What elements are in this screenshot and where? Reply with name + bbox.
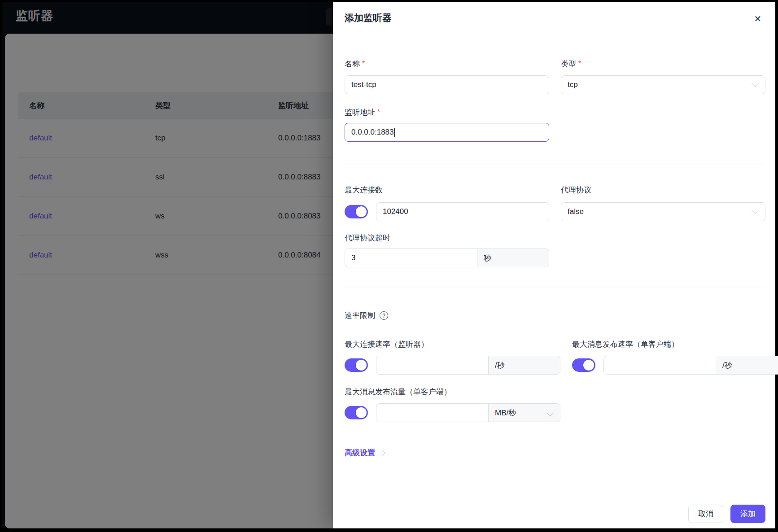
max-connections-input[interactable] <box>376 202 549 221</box>
toggle-knob <box>356 360 367 371</box>
toggle-knob <box>583 360 594 371</box>
name-label: 名称* <box>345 58 549 69</box>
field-proxy-protocol: 代理协议 false <box>561 184 765 221</box>
proxy-timeout-group: 秒 <box>345 249 549 267</box>
max-pub-traffic-group: MB/秒 <box>376 403 560 422</box>
type-select[interactable]: tcp <box>561 75 765 94</box>
field-type: 类型* tcp <box>561 58 765 94</box>
type-label: 类型* <box>561 58 765 69</box>
max-conn-rate-toggle[interactable] <box>345 358 368 372</box>
type-select-value: tcp <box>568 80 578 89</box>
chevron-down-icon <box>752 80 759 87</box>
app-root: 监听器 名称 类型 监听地址 default tcp 0.0.0.0:1883 … <box>0 0 778 532</box>
max-pub-rate-label: 最大消息发布速率（单客户端） <box>572 339 778 349</box>
section-divider <box>345 287 765 287</box>
required-mark: * <box>377 108 380 116</box>
field-bind-address: 监听地址* 0.0.0.0:1883 <box>345 107 549 142</box>
help-icon[interactable]: ? <box>380 311 388 320</box>
bind-address-value: 0.0.0.0:1883 <box>351 128 394 137</box>
max-pub-rate-input[interactable] <box>604 356 716 374</box>
max-pub-rate-toggle[interactable] <box>572 358 595 372</box>
max-pub-traffic-unit-select[interactable]: MB/秒 <box>488 404 560 422</box>
max-conn-rate-group: /秒 <box>376 356 560 375</box>
max-connections-toggle[interactable] <box>345 205 368 218</box>
proxy-timeout-label: 代理协议超时 <box>345 232 549 243</box>
bind-address-input[interactable]: 0.0.0.0:1883 <box>345 123 549 142</box>
proxy-protocol-select[interactable]: false <box>561 202 765 221</box>
field-max-conn-rate: 最大连接速率（监听器） /秒 <box>345 339 560 375</box>
chevron-right-icon <box>380 450 385 456</box>
cancel-button[interactable]: 取消 <box>688 505 723 523</box>
proxy-protocol-label: 代理协议 <box>561 184 765 195</box>
field-max-connections: 最大连接数 <box>345 184 549 221</box>
required-mark: * <box>578 60 581 68</box>
chevron-down-icon <box>547 409 554 416</box>
drawer-content: 添加监听器 ✕ 名称* 类型* tcp <box>333 2 775 528</box>
name-input[interactable] <box>345 75 549 94</box>
max-conn-rate-unit: /秒 <box>488 356 560 374</box>
section-divider <box>345 165 765 165</box>
chevron-down-icon <box>752 207 759 214</box>
rate-limit-section-label: 速率限制 ? <box>345 310 765 321</box>
add-listener-drawer: 添加监听器 ✕ 名称* 类型* tcp <box>333 2 775 528</box>
max-conn-rate-label: 最大连接速率（监听器） <box>345 339 560 349</box>
field-max-pub-traffic: 最大消息发布流量（单客户端） MB/秒 <box>345 386 560 422</box>
proxy-timeout-input[interactable] <box>345 249 477 267</box>
proxy-timeout-unit: 秒 <box>477 249 549 267</box>
advanced-settings-link[interactable]: 高级设置 <box>345 448 385 458</box>
close-icon[interactable]: ✕ <box>752 13 764 25</box>
max-pub-rate-group: /秒 <box>603 356 778 375</box>
bind-address-label: 监听地址* <box>345 107 549 118</box>
required-mark: * <box>362 60 365 68</box>
max-conn-rate-input[interactable] <box>376 356 488 374</box>
field-proxy-timeout: 代理协议超时 秒 <box>345 232 549 267</box>
toggle-knob <box>356 206 367 217</box>
drawer-title: 添加监听器 <box>345 12 765 24</box>
drawer-footer: 取消 添加 <box>688 505 765 523</box>
max-connections-label: 最大连接数 <box>345 184 549 195</box>
text-caret <box>394 128 395 137</box>
max-pub-traffic-toggle[interactable] <box>345 406 368 419</box>
add-button[interactable]: 添加 <box>730 505 765 523</box>
max-pub-rate-unit: /秒 <box>716 356 778 374</box>
toggle-knob <box>356 407 367 418</box>
field-max-pub-rate: 最大消息发布速率（单客户端） /秒 <box>572 339 778 375</box>
field-name: 名称* <box>345 58 549 94</box>
max-pub-traffic-input[interactable] <box>376 404 488 422</box>
proxy-protocol-value: false <box>568 207 584 216</box>
max-pub-traffic-label: 最大消息发布流量（单客户端） <box>345 386 560 397</box>
